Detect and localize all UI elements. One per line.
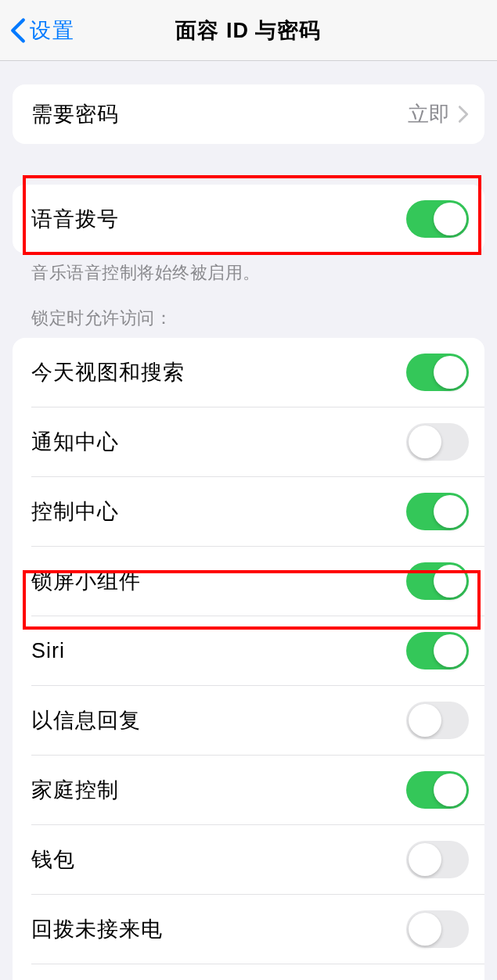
- lock-access-label: 钱包: [31, 845, 75, 874]
- lock-access-row: USB配件: [13, 964, 484, 980]
- nav-header: 设置 面容 ID 与密码: [0, 0, 497, 61]
- voice-dial-toggle[interactable]: [406, 200, 469, 238]
- lock-access-toggle[interactable]: [406, 423, 469, 461]
- voice-dial-row: 语音拨号: [13, 185, 484, 253]
- lock-access-label: 以信息回复: [31, 706, 141, 734]
- page-title: 面容 ID 与密码: [175, 16, 321, 45]
- lock-access-label: 家庭控制: [31, 776, 119, 804]
- lock-access-toggle[interactable]: [406, 771, 469, 809]
- lock-access-toggle[interactable]: [406, 702, 469, 739]
- lock-access-row: 回拨未接来电: [13, 895, 484, 964]
- require-passcode-row[interactable]: 需要密码 立即: [13, 84, 484, 144]
- lock-access-row: Siri: [13, 616, 484, 685]
- lock-access-header: 锁定时允许访问：: [13, 288, 484, 338]
- lock-access-label: 通知中心: [31, 428, 119, 456]
- lock-access-row: 锁屏小组件: [13, 547, 484, 616]
- lock-access-row: 家庭控制: [13, 756, 484, 824]
- voice-dial-label: 语音拨号: [31, 205, 119, 233]
- lock-access-toggle[interactable]: [406, 562, 469, 600]
- lock-access-label: 回拨未接来电: [31, 915, 163, 943]
- lock-access-toggle[interactable]: [406, 493, 469, 530]
- lock-access-row: 以信息回复: [13, 686, 484, 755]
- require-passcode-label: 需要密码: [31, 100, 119, 128]
- lock-access-row: 今天视图和搜索: [13, 338, 484, 407]
- lock-access-toggle[interactable]: [406, 632, 469, 669]
- lock-access-label: 控制中心: [31, 497, 119, 526]
- lock-access-row: 通知中心: [13, 407, 484, 476]
- voice-dial-footer: 音乐语音控制将始终被启用。: [13, 253, 484, 288]
- lock-access-toggle[interactable]: [406, 910, 469, 948]
- require-passcode-value: 立即: [408, 100, 469, 128]
- lock-access-row: 控制中心: [13, 477, 484, 546]
- lock-access-group: 今天视图和搜索通知中心控制中心锁屏小组件Siri以信息回复家庭控制钱包回拨未接来…: [13, 338, 484, 980]
- lock-access-row: 钱包: [13, 825, 484, 894]
- lock-access-toggle[interactable]: [406, 841, 469, 878]
- back-label: 设置: [30, 16, 75, 45]
- chevron-right-icon: [458, 105, 469, 124]
- lock-access-label: 今天视图和搜索: [31, 358, 185, 386]
- lock-access-toggle[interactable]: [406, 354, 469, 391]
- passcode-group: 需要密码 立即: [13, 84, 484, 144]
- chevron-left-icon: [9, 17, 27, 44]
- lock-access-label: Siri: [31, 639, 65, 663]
- back-button[interactable]: 设置: [9, 16, 75, 45]
- lock-access-label: 锁屏小组件: [31, 567, 141, 595]
- voice-dial-group: 语音拨号: [13, 185, 484, 253]
